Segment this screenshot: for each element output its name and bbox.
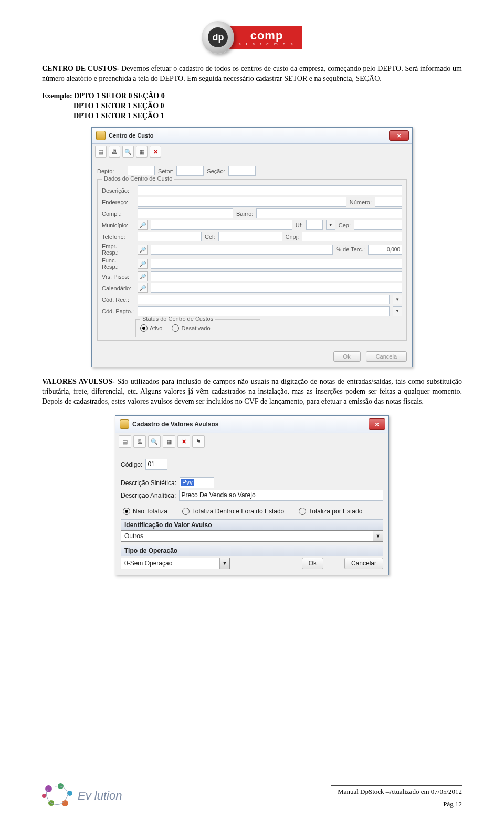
chevron-down-icon-2: ▼ bbox=[219, 558, 229, 569]
lbl-r3: Totaliza por Estado bbox=[309, 508, 362, 515]
fld-telefone[interactable] bbox=[138, 232, 202, 242]
tool-delete-icon-d2[interactable]: ✕ bbox=[177, 435, 190, 448]
logo-comp-text: comp bbox=[238, 30, 295, 41]
lbl-codpagto: Cód. Pagto.: bbox=[102, 308, 134, 314]
lbl-numero: Número: bbox=[350, 199, 372, 205]
ok-button-d2[interactable]: Ok bbox=[302, 558, 323, 569]
fld-setor[interactable] bbox=[176, 166, 204, 176]
footer-text-block: Manual DpStock –Atualizado em 07/05/2012… bbox=[331, 785, 462, 808]
cancela-button[interactable]: Cancela bbox=[366, 351, 407, 362]
radio-nao-totaliza[interactable] bbox=[123, 508, 130, 515]
para1-bold: CENTRO DE CUSTOS- bbox=[42, 65, 119, 72]
exemplo-label: Exemplo: bbox=[42, 92, 74, 100]
tool-grid-icon-d2[interactable]: ▦ bbox=[163, 435, 175, 448]
paragraph-centro-custos: CENTRO DE CUSTOS- Devemos efetuar o cada… bbox=[42, 64, 462, 84]
titlebar[interactable]: Centro de Custo ✕ bbox=[92, 128, 412, 144]
fld-numero[interactable] bbox=[375, 197, 402, 207]
combo-tipo-operacao[interactable]: 0-Sem Operação▼ bbox=[121, 558, 230, 569]
titlebar-d2[interactable]: Cadastro de Valores Avulsos ✕ bbox=[116, 416, 388, 433]
lbl-municipio: Município: bbox=[102, 222, 134, 228]
fld-secao[interactable] bbox=[228, 166, 256, 176]
fld-desc-analitica[interactable]: Preco De Venda ao Varejo bbox=[179, 490, 383, 501]
radio-totaliza-estado[interactable] bbox=[299, 508, 306, 515]
lbl-cel: Cel: bbox=[205, 234, 215, 240]
lbl-vrs: Vrs. Pisos: bbox=[102, 274, 134, 280]
fld-municipio[interactable] bbox=[151, 220, 292, 230]
tool-new-icon-d2[interactable]: ▤ bbox=[119, 435, 131, 448]
lbl-calendario: Calendário: bbox=[102, 285, 134, 291]
fld-cnpj[interactable] bbox=[302, 232, 402, 242]
header-logo: dp comp s i s t e m a s bbox=[42, 21, 462, 54]
tool-flag-icon-d2[interactable]: ⚑ bbox=[192, 435, 205, 448]
fld-desc-sintetica[interactable]: Pvv bbox=[180, 477, 214, 488]
lbl-func: Func. Resp.: bbox=[102, 257, 134, 270]
lbl-r1: Não Totaliza bbox=[133, 508, 167, 515]
group-legend: Dados do Centro de Custo bbox=[102, 175, 174, 182]
tool-search-icon-d2[interactable]: 🔍 bbox=[148, 435, 161, 448]
fld-cel[interactable] bbox=[218, 232, 282, 242]
lbl-codrec: Cód. Rec.: bbox=[102, 297, 134, 303]
lookup-municipio-icon[interactable]: 🔎 bbox=[138, 220, 148, 230]
lbl-cep: Cep: bbox=[339, 222, 351, 228]
fld-codigo[interactable]: 01 bbox=[145, 459, 167, 470]
codpagto-dropdown-icon[interactable]: ▼ bbox=[393, 306, 402, 316]
lbl-r2: Totaliza Dentro e Fora do Estado bbox=[192, 508, 284, 515]
evolution-logo: Ev lution bbox=[42, 783, 122, 808]
lookup-vrs-icon[interactable]: 🔎 bbox=[138, 271, 148, 281]
cancelar-suffix: ancelar bbox=[356, 560, 376, 567]
codrec-dropdown-icon[interactable]: ▼ bbox=[393, 295, 402, 304]
ok-button[interactable]: Ok bbox=[333, 351, 361, 362]
paragraph-valores-avulsos: VALORES AVULSOS- São utilizados para inc… bbox=[42, 377, 462, 407]
tool-new-icon[interactable]: ▤ bbox=[95, 146, 107, 158]
toolbar: ▤ 🖶 🔍 ▦ ✕ bbox=[92, 144, 412, 160]
dialog-valores-avulsos: Cadastro de Valores Avulsos ✕ ▤ 🖶 🔍 ▦ ✕ … bbox=[115, 415, 389, 575]
fld-pcterc[interactable]: 0,000 bbox=[368, 245, 402, 255]
lbl-setor: Setor: bbox=[158, 168, 173, 174]
group-status: Status do Centro de Custos Ativo Desativ… bbox=[135, 319, 260, 337]
cancelar-button-d2[interactable]: Cancelar bbox=[344, 558, 383, 569]
lbl-secao: Seção: bbox=[207, 168, 225, 174]
evolution-swirl-icon bbox=[42, 783, 76, 808]
fld-bairro[interactable] bbox=[256, 208, 402, 218]
fld-endereco[interactable] bbox=[138, 197, 346, 207]
evolution-text: Ev lution bbox=[78, 789, 122, 803]
tool-print-icon[interactable]: 🖶 bbox=[109, 146, 120, 158]
fld-codrec[interactable] bbox=[138, 295, 390, 304]
ex-line1: DPTO 1 SETOR 0 SEÇÃO 0 bbox=[74, 92, 165, 100]
tool-search-icon[interactable]: 🔍 bbox=[122, 146, 134, 158]
fld-uf[interactable] bbox=[306, 220, 323, 230]
fld-empr[interactable] bbox=[151, 245, 333, 255]
radio-desativado[interactable] bbox=[172, 324, 179, 332]
logo-sistemas-text: s i s t e m a s bbox=[238, 41, 295, 46]
page-footer: Ev lution Manual DpStock –Atualizado em … bbox=[42, 783, 462, 808]
lbl-pcterc: % de Terc.: bbox=[336, 246, 365, 253]
radio-ativo[interactable] bbox=[140, 324, 148, 332]
lbl-desativado: Desativado bbox=[181, 325, 210, 331]
lbl-desc-analitica: Descrição Analítica: bbox=[121, 492, 176, 499]
lookup-calendario-icon[interactable]: 🔎 bbox=[138, 283, 148, 293]
fld-cep[interactable] bbox=[354, 220, 402, 230]
fld-vrs[interactable] bbox=[151, 271, 402, 281]
window-title: Centro de Custo bbox=[109, 132, 154, 139]
fld-func[interactable] bbox=[151, 259, 402, 269]
logo-dp-text: dp bbox=[208, 27, 228, 47]
section-tipo-operacao: Tipo de Operação bbox=[121, 545, 383, 556]
fld-depto[interactable] bbox=[128, 166, 155, 176]
window-icon-d2 bbox=[120, 419, 129, 429]
close-icon[interactable]: ✕ bbox=[389, 130, 409, 141]
dialog-centro-de-custo: Centro de Custo ✕ ▤ 🖶 🔍 ▦ ✕ Depto: Setor… bbox=[91, 127, 413, 368]
fld-descricao[interactable] bbox=[138, 185, 402, 195]
lookup-empr-icon[interactable]: 🔎 bbox=[138, 245, 148, 255]
fld-compl[interactable] bbox=[138, 208, 233, 218]
close-icon-d2[interactable]: ✕ bbox=[369, 418, 385, 430]
tool-grid-icon[interactable]: ▦ bbox=[136, 146, 148, 158]
tool-print-icon-d2[interactable]: 🖶 bbox=[133, 435, 146, 448]
combo-identificacao[interactable]: Outros▼ bbox=[121, 530, 383, 542]
fld-calendario[interactable] bbox=[151, 283, 402, 293]
para2-bold: VALORES AVULSOS- bbox=[42, 377, 115, 385]
fld-codpagto[interactable] bbox=[138, 306, 390, 316]
lookup-func-icon[interactable]: 🔎 bbox=[138, 259, 148, 269]
radio-totaliza-dentro-fora[interactable] bbox=[182, 508, 190, 515]
uf-dropdown-icon[interactable]: ▼ bbox=[326, 220, 335, 230]
tool-delete-icon[interactable]: ✕ bbox=[150, 146, 161, 158]
